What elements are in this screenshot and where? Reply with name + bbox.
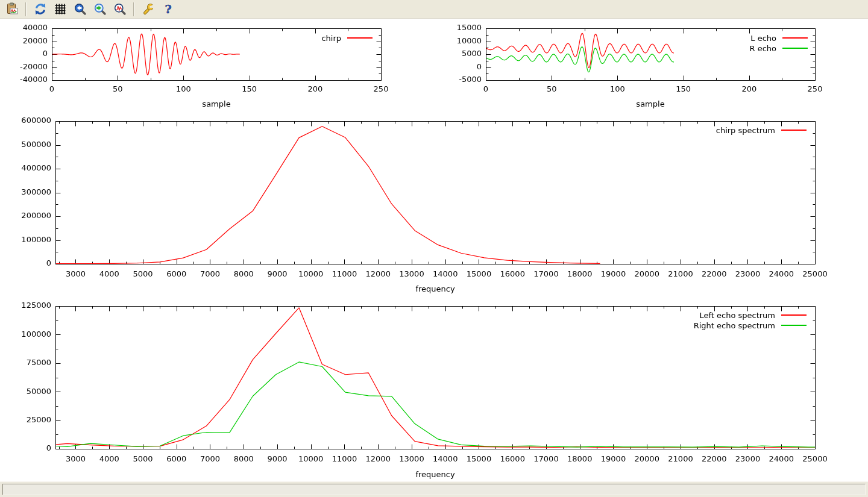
help-button[interactable]: ? xyxy=(159,1,177,18)
toolbar-separator xyxy=(133,2,134,16)
copy-to-clipboard-button[interactable] xyxy=(2,1,21,18)
copy-plot-icon xyxy=(5,2,19,16)
zoom-next-icon xyxy=(93,2,107,16)
grid-icon xyxy=(54,2,67,16)
wrench-icon xyxy=(142,2,155,16)
toggle-grid-button[interactable] xyxy=(51,1,69,18)
replot-button[interactable] xyxy=(31,1,49,18)
autoscale-button[interactable] xyxy=(110,1,129,18)
toolbar-separator xyxy=(25,2,27,16)
zoom-next-button[interactable] xyxy=(90,1,109,18)
plot-canvas[interactable] xyxy=(0,19,868,481)
refresh-icon xyxy=(34,2,47,16)
autoscale-plot-icon xyxy=(113,2,127,16)
toolbar: ? xyxy=(0,0,868,19)
zoom-previous-icon xyxy=(74,2,87,16)
help-icon: ? xyxy=(162,2,175,16)
status-bar xyxy=(0,481,868,497)
svg-text:?: ? xyxy=(165,2,171,16)
configure-button[interactable] xyxy=(139,1,157,18)
zoom-previous-button[interactable] xyxy=(71,1,89,18)
gnuplot-window: { "window": { "chrome_background": "#ece… xyxy=(0,0,868,497)
status-bar-field xyxy=(2,484,866,495)
